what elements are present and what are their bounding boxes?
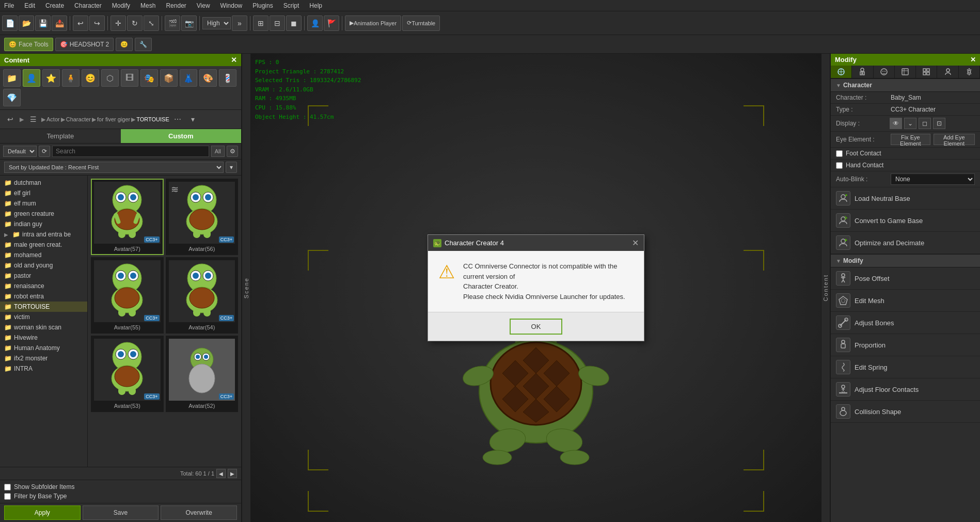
folder-ifx2[interactable]: 📁 ifx2 monster: [0, 353, 87, 363]
foot-contact-checkbox[interactable]: [836, 150, 843, 157]
thumb-avatar56[interactable]: ≋ CC3+ Avatar(56): [166, 179, 239, 255]
sort-icon-btn[interactable]: ▾: [226, 162, 237, 173]
collision-shape-btn[interactable]: Collision Shape: [831, 401, 980, 423]
folder-elfgirl[interactable]: 📁 elf girl: [0, 188, 87, 198]
folder-intra2[interactable]: 📁 INTRA: [0, 363, 87, 374]
modify-section-collapse[interactable]: ▼: [836, 258, 841, 264]
toolbar-arrow[interactable]: »: [232, 15, 247, 31]
toolbar-rotate[interactable]: ↻: [127, 15, 143, 31]
modify-close-btn[interactable]: ✕: [970, 56, 976, 64]
folder-elfmum[interactable]: 📁 elf mum: [0, 198, 87, 209]
filter-refresh-btn[interactable]: ⟳: [39, 146, 50, 157]
folder-tortouise[interactable]: 📁 TORTOUISE: [0, 302, 87, 312]
adjust-bones-btn[interactable]: Adjust Bones: [831, 312, 980, 334]
quality-select[interactable]: High: [202, 17, 231, 29]
folder-greencreature[interactable]: 📁 green creature: [0, 209, 87, 219]
convert-game-base-btn[interactable]: Convert to Game Base: [831, 210, 980, 232]
menu-modify[interactable]: Modify: [110, 1, 132, 10]
toolbar-undo[interactable]: ↩: [73, 15, 88, 31]
menu-render[interactable]: Render: [164, 1, 188, 10]
folder-hivewire[interactable]: 📁 Hivewire: [0, 333, 87, 343]
folder-pastor[interactable]: 📁 pastor: [0, 271, 87, 281]
folder-mohamed[interactable]: 📁 mohamed: [0, 250, 87, 260]
dialog-ok-btn[interactable]: OK: [510, 319, 563, 335]
display-btn-4[interactable]: ⊡: [933, 118, 945, 129]
thumb-avatar54[interactable]: CC3+ Avatar(54): [166, 257, 239, 334]
toolbar-move[interactable]: ✛: [110, 15, 126, 31]
ci2-back[interactable]: ↩: [3, 112, 18, 126]
modify-tab-visual[interactable]: [831, 66, 852, 78]
edit-mesh-btn[interactable]: Edit Mesh: [831, 290, 980, 312]
toolbar-flag[interactable]: 🚩: [324, 15, 339, 31]
section-collapse-btn[interactable]: ▼: [836, 83, 841, 88]
thumb-avatar57[interactable]: CC3+ Avatar(57): [91, 179, 164, 255]
edit-spring-btn[interactable]: Edit Spring: [831, 356, 980, 378]
menu-window[interactable]: Window: [218, 1, 245, 10]
icon-cloth[interactable]: 👗: [180, 69, 197, 87]
turntable-btn[interactable]: ⟳ Turntable: [402, 15, 440, 31]
folder-womanskin[interactable]: 📁 woman skin scan: [0, 322, 87, 333]
face-extra-btn2[interactable]: 🔧: [135, 38, 152, 51]
filter-options-btn[interactable]: ⚙: [227, 146, 238, 157]
prev-page-btn[interactable]: ◀: [216, 469, 226, 478]
folder-humananatomy[interactable]: 📁 Human Anatomy: [0, 343, 87, 353]
menu-create[interactable]: Create: [43, 1, 66, 10]
ci2-tortouise[interactable]: TORTOUISE: [136, 116, 169, 122]
face-extra-btn[interactable]: 😐: [116, 38, 133, 51]
icon-prop[interactable]: 📦: [160, 69, 178, 87]
toolbar-wire[interactable]: ⊟: [270, 15, 285, 31]
headshot-btn[interactable]: 🎯 HEADSHOT 2: [55, 38, 114, 51]
icon-hair[interactable]: 💈: [219, 69, 236, 87]
menu-view[interactable]: View: [195, 1, 212, 10]
folder-malegreen[interactable]: 📁 male green creat.: [0, 240, 87, 250]
menu-plugins[interactable]: Plugins: [250, 1, 275, 10]
modify-tab-texture[interactable]: [895, 66, 916, 78]
proportion-btn[interactable]: Proportion: [831, 334, 980, 356]
display-btn-2[interactable]: ⌄: [904, 118, 916, 129]
ci2-actor[interactable]: Actor: [46, 116, 60, 122]
menu-script[interactable]: Script: [281, 1, 302, 10]
toolbar-export[interactable]: 📤: [52, 15, 67, 31]
folder-renaisance[interactable]: 📁 renaisance: [0, 281, 87, 291]
folder-victim[interactable]: 📁 victim: [0, 312, 87, 322]
display-btn-3[interactable]: ◻: [919, 118, 931, 129]
ci2-options[interactable]: ⋯: [170, 112, 185, 126]
thumb-avatar53[interactable]: CC3+ Avatar(53): [91, 336, 164, 412]
sort-select[interactable]: Sort by Updated Date : Recent First: [4, 162, 224, 173]
tab-template[interactable]: Template: [0, 129, 121, 143]
toolbar-solid[interactable]: ◼: [286, 15, 302, 31]
menu-file[interactable]: File: [2, 1, 16, 10]
folder-robotentra[interactable]: 📁 robot entra: [0, 291, 87, 302]
menu-help[interactable]: Help: [307, 1, 324, 10]
viewport[interactable]: FPS : 0 Project Triangle : 2787412 Selec…: [251, 54, 821, 522]
toolbar-person[interactable]: 👤: [307, 15, 323, 31]
search-all-btn[interactable]: All: [211, 146, 225, 157]
load-neutral-base-btn[interactable]: Load Neutral Base: [831, 187, 980, 210]
basetype-checkbox[interactable]: [4, 493, 11, 500]
overwrite-btn[interactable]: Overwrite: [161, 505, 237, 520]
toolbar-grid[interactable]: ⊞: [253, 15, 268, 31]
toolbar-new[interactable]: 📄: [2, 15, 18, 31]
toolbar-save[interactable]: 💾: [35, 15, 51, 31]
icon-face[interactable]: 😊: [82, 69, 99, 87]
ci2-chevron[interactable]: ▾: [186, 112, 200, 126]
adjust-floor-btn[interactable]: Adjust Floor Contacts: [831, 378, 980, 401]
icon-star[interactable]: ⭐: [42, 69, 60, 87]
folder-oldyoung[interactable]: 📁 old and young: [0, 260, 87, 271]
menu-character[interactable]: Character: [72, 1, 104, 10]
icon-motion[interactable]: 🎭: [140, 69, 158, 87]
modify-tab-body[interactable]: [852, 66, 873, 78]
modify-tab-gear[interactable]: [959, 66, 980, 78]
folder-intra[interactable]: ▶ 📁 intra and entra be: [0, 229, 87, 240]
add-eye-btn[interactable]: Add Eye Element: [934, 134, 975, 145]
thumb-avatar52[interactable]: CC3+ Avatar(52): [166, 336, 239, 412]
search-input[interactable]: [52, 146, 209, 157]
icon-folder[interactable]: 📁: [3, 69, 21, 87]
content-close-btn[interactable]: ✕: [231, 56, 237, 64]
subfolder-checkbox[interactable]: [4, 484, 11, 491]
icon-body[interactable]: 🧍: [62, 69, 80, 87]
auto-blink-select[interactable]: None: [891, 173, 975, 185]
toolbar-scale[interactable]: ⤡: [144, 15, 159, 31]
folder-indianguy[interactable]: 📁 indian guy: [0, 219, 87, 229]
icon-person[interactable]: 👤: [23, 69, 40, 87]
